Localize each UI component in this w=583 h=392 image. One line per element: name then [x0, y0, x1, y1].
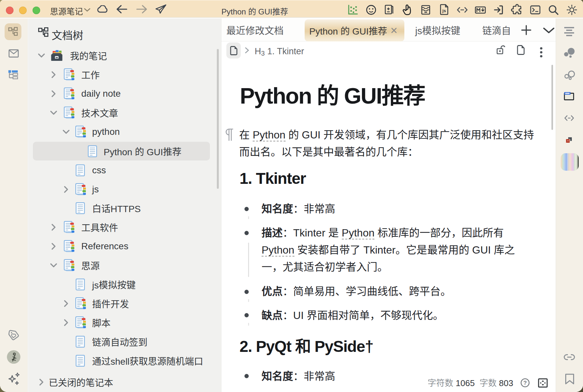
- svg-text:js: js: [442, 8, 446, 13]
- svg-text:?: ?: [523, 380, 527, 386]
